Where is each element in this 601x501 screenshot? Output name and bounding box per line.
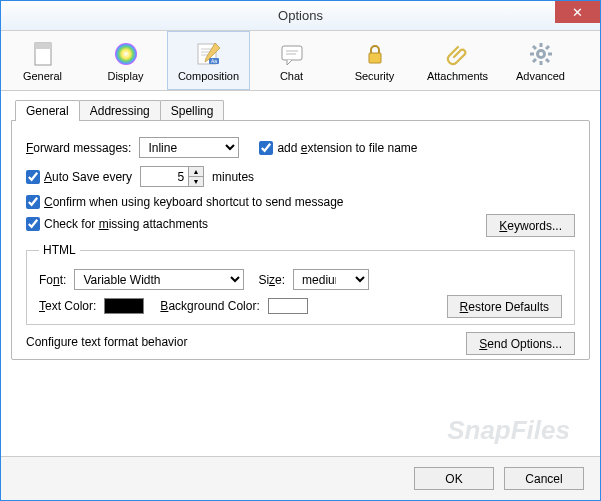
svg-rect-9 (282, 46, 302, 60)
tab-spelling[interactable]: Spelling (160, 100, 225, 121)
bg-color-swatch[interactable] (268, 298, 308, 314)
category-general[interactable]: General (1, 31, 84, 90)
window-title: Options (278, 8, 323, 23)
svg-point-22 (539, 52, 543, 56)
svg-line-18 (533, 46, 536, 49)
autosave-value[interactable] (140, 166, 188, 187)
svg-line-20 (533, 59, 536, 62)
category-advanced[interactable]: Advanced (499, 31, 582, 90)
close-icon: ✕ (572, 5, 583, 20)
display-icon (112, 40, 140, 68)
missing-attachments-input[interactable] (26, 217, 40, 231)
missing-attachments-label: Check for missing attachments (44, 217, 208, 231)
category-chat[interactable]: Chat (250, 31, 333, 90)
tab-general[interactable]: General (15, 100, 80, 121)
content-area: General Addressing Spelling Forward mess… (1, 91, 600, 456)
autosave-label: Auto Save every (44, 170, 132, 184)
security-icon (361, 40, 389, 68)
font-select[interactable]: Variable Width (74, 269, 244, 290)
svg-line-21 (546, 46, 549, 49)
close-button[interactable]: ✕ (555, 1, 600, 23)
category-label: Display (107, 70, 143, 82)
tab-addressing[interactable]: Addressing (79, 100, 161, 121)
tab-panel-general: Forward messages: Inline add extension t… (11, 120, 590, 360)
forward-label: Forward messages: (26, 141, 131, 155)
restore-defaults-button[interactable]: Restore Defaults (447, 295, 562, 318)
autosave-input[interactable] (26, 170, 40, 184)
tab-strip: General Addressing Spelling (15, 100, 590, 121)
chevron-up-icon[interactable]: ▲ (189, 167, 203, 177)
chevron-down-icon[interactable]: ▼ (189, 177, 203, 186)
font-label: Font: (39, 273, 66, 287)
autosave-spinner[interactable]: ▲▼ (140, 166, 204, 187)
svg-text:Aa: Aa (210, 58, 216, 64)
html-fieldset: HTML Font: Variable Width Size: medium T… (26, 243, 575, 325)
category-composition[interactable]: Aa Composition (167, 31, 250, 90)
category-display[interactable]: Display (84, 31, 167, 90)
spinner-buttons[interactable]: ▲▼ (188, 166, 204, 187)
text-color-label: Text Color: (39, 299, 96, 313)
ok-button[interactable]: OK (414, 467, 494, 490)
confirm-send-checkbox[interactable]: Confirm when using keyboard shortcut to … (26, 195, 344, 209)
forward-select[interactable]: Inline (139, 137, 239, 158)
send-options-button[interactable]: Send Options... (466, 332, 575, 355)
advanced-icon (527, 40, 555, 68)
configure-format-label: Configure text format behavior (26, 335, 187, 349)
keywords-button[interactable]: Keywords... (486, 214, 575, 237)
chat-icon (278, 40, 306, 68)
confirm-send-input[interactable] (26, 195, 40, 209)
composition-icon: Aa (195, 40, 223, 68)
autosave-minutes-label: minutes (212, 170, 254, 184)
dialog-footer: OK Cancel (1, 456, 600, 500)
titlebar: Options ✕ (1, 1, 600, 31)
add-extension-label: add extension to file name (277, 141, 417, 155)
size-select[interactable]: medium (293, 269, 369, 290)
text-color-swatch[interactable] (104, 298, 144, 314)
size-label: Size: (258, 273, 285, 287)
cancel-button[interactable]: Cancel (504, 467, 584, 490)
html-legend: HTML (39, 243, 80, 257)
category-label: General (23, 70, 62, 82)
general-icon (29, 40, 57, 68)
category-attachments[interactable]: Attachments (416, 31, 499, 90)
add-extension-checkbox[interactable]: add extension to file name (259, 141, 417, 155)
category-label: Advanced (516, 70, 565, 82)
bg-color-label: Background Color: (160, 299, 259, 313)
missing-attachments-checkbox[interactable]: Check for missing attachments (26, 217, 208, 231)
svg-point-2 (115, 43, 137, 65)
confirm-send-label: Confirm when using keyboard shortcut to … (44, 195, 344, 209)
add-extension-input[interactable] (259, 141, 273, 155)
category-label: Security (355, 70, 395, 82)
svg-line-19 (546, 59, 549, 62)
svg-rect-12 (369, 53, 381, 63)
category-security[interactable]: Security (333, 31, 416, 90)
category-label: Composition (178, 70, 239, 82)
category-toolbar: General Display Aa Composition Chat Secu… (1, 31, 600, 91)
category-label: Chat (280, 70, 303, 82)
autosave-checkbox[interactable]: Auto Save every (26, 170, 132, 184)
attachments-icon (444, 40, 472, 68)
svg-rect-1 (35, 43, 51, 49)
category-label: Attachments (427, 70, 488, 82)
